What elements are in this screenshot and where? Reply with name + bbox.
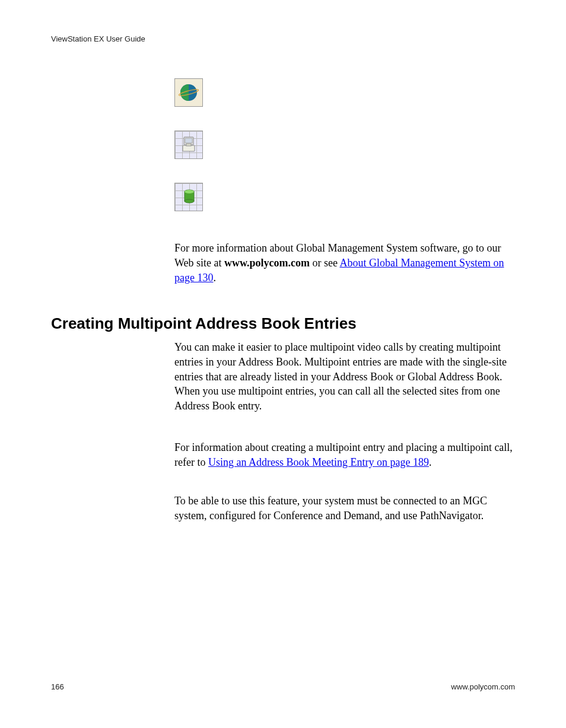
svg-rect-5: [185, 138, 192, 143]
svg-rect-7: [186, 144, 191, 146]
footer-url: www.polycom.com: [451, 682, 515, 691]
text: .: [213, 272, 216, 284]
section-heading: Creating Multipoint Address Book Entries: [51, 314, 357, 333]
svg-point-10: [185, 199, 194, 203]
paragraph-gms-info: For more information about Global Manage…: [174, 241, 516, 285]
link-meeting-entry[interactable]: Using an Address Book Meeting Entry on p…: [208, 456, 429, 468]
page-number: 166: [51, 682, 64, 691]
text: or see: [310, 257, 339, 269]
globe-icon: [174, 78, 203, 107]
bold-url: www.polycom.com: [224, 257, 310, 269]
paragraph-info: For information about creating a multipo…: [174, 440, 516, 470]
cylinder-icon: [174, 183, 203, 211]
text: .: [429, 456, 432, 468]
paragraph-requirements: To be able to use this feature, your sys…: [174, 494, 516, 523]
running-header: ViewStation EX User Guide: [51, 34, 145, 43]
icon-column: [174, 78, 203, 211]
computer-icon: [174, 131, 203, 159]
svg-point-11: [185, 190, 194, 193]
paragraph-intro: You can make it easier to place multipoi…: [174, 340, 516, 414]
